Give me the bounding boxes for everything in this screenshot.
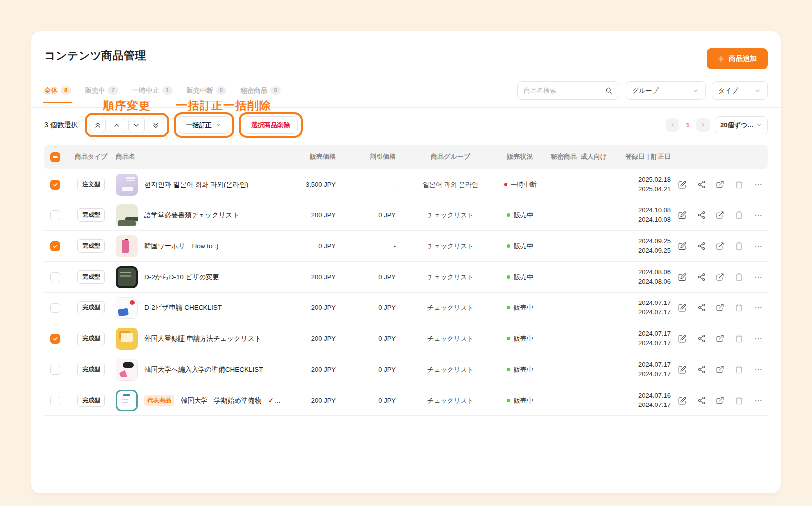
share-button[interactable] (697, 365, 706, 374)
select-all-checkbox[interactable] (50, 152, 60, 162)
product-name[interactable]: 外国人登録証 申請方法チェックリスト (144, 334, 261, 343)
edit-button[interactable] (678, 273, 687, 282)
table-header-row: 商品タイプ 商品名 販売価格 割引価格 商品グループ 販売状況 秘密商品 成人向… (44, 145, 768, 169)
group-dropdown[interactable]: グループ (626, 81, 706, 100)
status-label: 販売中 (514, 304, 533, 312)
product-name[interactable]: 韓国大学へ編入入学の準備CHECKLIST (144, 365, 263, 374)
edit-button[interactable] (678, 396, 687, 405)
product-type-badge: 完成型 (77, 363, 105, 376)
prev-page-button[interactable] (666, 118, 679, 132)
pagination: 1 20個ずつ… (666, 116, 768, 134)
product-type-badge: 完成型 (77, 270, 105, 284)
more-button[interactable] (754, 304, 763, 312)
tab-0[interactable]: 全体 8 (44, 86, 71, 95)
delete-button[interactable] (735, 242, 743, 250)
row-checkbox[interactable] (50, 334, 60, 344)
product-name[interactable]: 현지인과 일본어 회화 과외(온라인) (144, 180, 248, 189)
edit-button[interactable] (678, 334, 687, 343)
more-button[interactable] (754, 242, 763, 251)
open-external-button[interactable] (716, 365, 724, 374)
page-size-dropdown[interactable]: 20個ずつ… (715, 116, 768, 134)
add-product-button[interactable]: 商品追加 (707, 48, 768, 69)
row-checkbox[interactable] (50, 210, 60, 220)
open-external-button[interactable] (716, 334, 724, 343)
open-external-button[interactable] (716, 273, 724, 281)
row-checkbox[interactable] (50, 303, 60, 313)
edit-button[interactable] (678, 242, 687, 251)
more-button[interactable] (754, 365, 763, 374)
tab-count-badge: 8 (61, 86, 71, 95)
group-dropdown-value: グループ (632, 86, 659, 95)
product-name[interactable]: 韓国ワーホリ How to :) (144, 242, 218, 251)
share-icon (697, 242, 706, 250)
row-checkbox[interactable] (50, 272, 60, 282)
tab-3[interactable]: 販売中断 0 (187, 86, 227, 95)
move-bottom-button[interactable] (148, 117, 164, 133)
tab-1[interactable]: 販売中 7 (85, 86, 118, 95)
row-checkbox[interactable] (50, 180, 60, 190)
row-checkbox[interactable] (50, 396, 60, 405)
card-header: コンテンツ商品管理 商品追加 (31, 31, 781, 69)
share-button[interactable] (697, 273, 706, 281)
edit-button[interactable] (678, 211, 687, 220)
move-up-button[interactable] (109, 117, 125, 133)
search-input[interactable] (524, 87, 601, 94)
add-product-label: 商品追加 (729, 54, 757, 63)
more-button[interactable] (754, 396, 763, 405)
search-icon[interactable] (605, 86, 613, 95)
tab-4[interactable]: 秘密商品 0 (240, 86, 281, 95)
more-button[interactable] (754, 273, 763, 282)
open-external-button[interactable] (716, 180, 724, 189)
edit-icon (678, 396, 687, 405)
tab-2[interactable]: 一時中止 1 (132, 86, 173, 95)
open-external-button[interactable] (716, 304, 724, 312)
delete-button[interactable] (735, 180, 743, 189)
share-button[interactable] (697, 242, 706, 250)
chevron-up-icon (113, 121, 121, 129)
delete-button[interactable] (735, 211, 743, 219)
status-label: 販売中 (514, 211, 533, 220)
share-button[interactable] (697, 334, 706, 343)
product-name[interactable]: D-2からD-10 ビザの変更 (144, 273, 219, 282)
product-name[interactable]: D-2ビザ申請 CHECKLIST (144, 304, 222, 312)
more-button[interactable] (754, 180, 763, 189)
status-label: 販売中 (514, 334, 533, 343)
next-page-button[interactable] (696, 118, 710, 132)
share-button[interactable] (697, 211, 706, 219)
delete-button[interactable] (735, 273, 743, 281)
more-icon (754, 211, 763, 220)
open-external-button[interactable] (716, 242, 724, 250)
date-modified: 2024.10.08 (609, 215, 671, 225)
delete-button[interactable] (735, 365, 743, 374)
row-checkbox[interactable] (50, 365, 60, 375)
delete-selected-button[interactable]: 選択商品削除 (244, 116, 298, 134)
open-external-button[interactable] (716, 211, 724, 219)
type-dropdown[interactable]: タイプ (712, 81, 768, 100)
delete-button[interactable] (735, 334, 743, 343)
more-button[interactable] (754, 211, 763, 220)
move-down-button[interactable] (128, 117, 145, 133)
row-actions (671, 211, 768, 220)
row-actions (671, 242, 768, 251)
row-checkbox[interactable] (50, 241, 60, 251)
product-type-badge: 完成型 (77, 208, 105, 222)
edit-button[interactable] (678, 365, 687, 374)
open-external-button[interactable] (716, 396, 724, 405)
row-actions (671, 304, 768, 312)
more-button[interactable] (754, 334, 763, 343)
dates-cell: 2025.02.18 2025.04.21 (609, 175, 671, 194)
share-button[interactable] (697, 180, 706, 189)
share-button[interactable] (697, 304, 706, 312)
status-label: 販売中 (514, 242, 533, 251)
external-link-icon (716, 273, 724, 281)
product-name[interactable]: 韓国大学 学期始め準備物 ✓チ... (181, 396, 284, 405)
bulk-edit-button[interactable]: 一括訂正 (179, 116, 229, 134)
move-top-button[interactable] (90, 117, 106, 133)
delete-button[interactable] (735, 396, 743, 405)
delete-button[interactable] (735, 304, 743, 312)
product-table: 商品タイプ 商品名 販売価格 割引価格 商品グループ 販売状況 秘密商品 成人向… (44, 145, 768, 416)
edit-button[interactable] (678, 304, 687, 312)
edit-button[interactable] (678, 180, 687, 189)
share-button[interactable] (697, 396, 706, 405)
product-name[interactable]: 語学堂必要書類チェックリスト (144, 211, 239, 220)
